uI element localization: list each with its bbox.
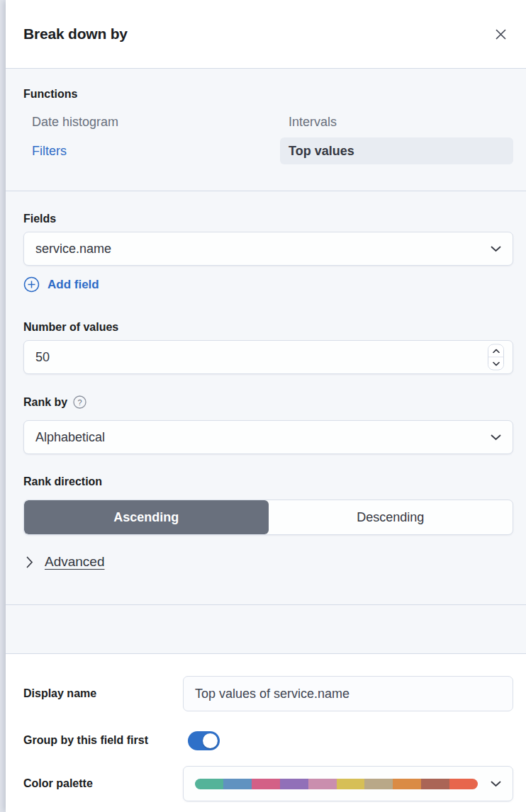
section-spacer [6, 605, 526, 654]
chevron-down-icon [491, 781, 501, 787]
advanced-accordion-toggle[interactable]: Advanced [23, 554, 105, 570]
flyout-header: Break down by [6, 0, 526, 69]
color-palette-select[interactable] [183, 766, 513, 801]
toggle-knob [203, 733, 218, 748]
group-by-row: Group by this field first [23, 731, 513, 750]
close-button[interactable] [491, 24, 510, 44]
main-config-section: Fields service.name Add field Number of … [6, 191, 526, 605]
rank-direction-option-ascending[interactable]: Ascending [24, 500, 269, 534]
rank-by-select[interactable]: Alphabetical [23, 420, 513, 454]
rank-direction-group: Ascending Descending [23, 500, 513, 535]
page-title: Break down by [23, 26, 128, 43]
fields-label: Fields [23, 213, 513, 225]
caret-down-icon [493, 361, 500, 366]
color-palette-label: Color palette [23, 777, 183, 790]
rank-direction-option-descending[interactable]: Descending [269, 500, 513, 534]
functions-grid: Date histogram Intervals Filters Top val… [23, 113, 513, 164]
stepper-down-button[interactable] [488, 358, 503, 370]
number-of-values-input[interactable]: 50 [23, 340, 513, 374]
help-icon[interactable]: ? [73, 395, 86, 409]
bottom-section: Display name Group by this field first C… [6, 654, 526, 801]
breakdown-flyout: Break down by Functions Date histogram I… [6, 0, 526, 812]
add-field-button[interactable]: Add field [23, 276, 99, 293]
function-option-date-histogram[interactable]: Date histogram [23, 113, 257, 131]
functions-section: Functions Date histogram Intervals Filte… [6, 69, 526, 191]
palette-strip [195, 779, 478, 789]
chevron-down-icon [491, 434, 501, 441]
group-by-label: Group by this field first [23, 734, 183, 747]
color-palette-row: Color palette [23, 766, 513, 801]
chevron-down-icon [491, 246, 501, 252]
rank-by-label: Rank by [23, 396, 67, 409]
function-option-intervals[interactable]: Intervals [280, 113, 513, 131]
plus-circle-icon [23, 276, 40, 293]
chevron-right-icon [26, 556, 33, 568]
stepper-up-button[interactable] [488, 345, 503, 358]
display-name-input[interactable] [183, 676, 513, 711]
group-by-toggle[interactable] [188, 731, 220, 750]
number-of-values-value: 50 [35, 350, 501, 365]
function-option-top-values[interactable]: Top values [280, 137, 513, 164]
display-name-label: Display name [23, 687, 183, 700]
number-of-values-label: Number of values [23, 321, 513, 334]
field-select-value: service.name [35, 242, 491, 256]
display-name-row: Display name [23, 676, 513, 711]
rank-by-value: Alphabetical [35, 430, 491, 445]
close-icon [493, 27, 508, 42]
rank-direction-label: Rank direction [23, 475, 513, 488]
caret-up-icon [493, 349, 500, 353]
number-stepper [488, 344, 504, 371]
field-select[interactable]: service.name [23, 232, 513, 266]
function-option-filters[interactable]: Filters [23, 142, 257, 160]
svg-text:?: ? [78, 398, 82, 407]
functions-label: Functions [23, 88, 513, 101]
add-field-label: Add field [47, 278, 99, 292]
advanced-label: Advanced [45, 554, 105, 570]
